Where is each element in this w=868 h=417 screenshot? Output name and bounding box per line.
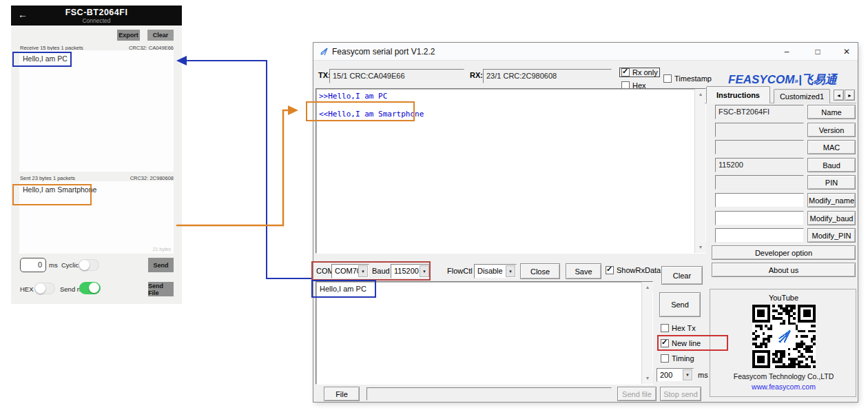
showrxdata-checkbox[interactable]: ShowRxData xyxy=(606,266,661,274)
hex-toggle[interactable] xyxy=(34,283,55,294)
window-title: Feasycom serial port V1.2.2 xyxy=(332,47,435,57)
mac-field[interactable] xyxy=(715,140,804,154)
app-icon xyxy=(319,47,329,57)
phone-header: ← FSC-BT2064FI Connected xyxy=(11,6,182,26)
scroll-up-icon[interactable]: ▲ xyxy=(642,282,653,293)
baud-query-button[interactable]: Baud xyxy=(807,158,856,172)
modify-baud-button[interactable]: Modify_baud xyxy=(807,211,856,225)
phone-app: ← FSC-BT2064FI Connected Export Clear Re… xyxy=(11,6,182,304)
receive-message: Hello,I am PC xyxy=(23,54,68,63)
receive-log[interactable]: Hello,I am PC xyxy=(19,50,174,172)
rx-only-checkbox-label: Rx only xyxy=(632,68,658,77)
window-titlebar[interactable]: Feasycom serial port V1.2.2 – □ ✕ xyxy=(313,43,858,61)
timing-checkbox-label: Timing xyxy=(672,354,694,363)
new-line-checkbox-box xyxy=(661,339,669,347)
rx-field[interactable]: 23/1 CRC:2C980608 xyxy=(483,69,612,83)
scroll-down-icon[interactable]: ▼ xyxy=(642,373,653,384)
export-button[interactable]: Export xyxy=(117,30,140,41)
baud-field[interactable]: 115200 xyxy=(715,158,804,172)
terminal-line: <<Hello,I am Smartphone xyxy=(319,110,424,119)
modify-pin-field[interactable] xyxy=(715,228,804,243)
send-file-button[interactable]: Send file xyxy=(617,387,657,401)
cyclic-toggle[interactable] xyxy=(79,259,99,271)
screenshot-stage: ← FSC-BT2064FI Connected Export Clear Re… xyxy=(0,0,868,417)
timing-checkbox-box xyxy=(661,354,669,363)
send-message: Hello,I am PC xyxy=(320,285,366,293)
hex-tx-checkbox-label: Hex Tx xyxy=(672,324,696,332)
modify-pin-button[interactable]: Modify_PIN xyxy=(807,228,856,243)
hex-tx-checkbox[interactable]: Hex Tx xyxy=(661,324,696,332)
phone-send-file-button[interactable]: Send File xyxy=(148,282,174,296)
file-button[interactable]: File xyxy=(324,387,360,401)
phone-connection-status: Connected xyxy=(11,17,182,24)
youtube-title: YouTube xyxy=(710,294,857,302)
scroll-down-icon[interactable]: ▼ xyxy=(695,242,706,253)
terminal-output[interactable]: >>Hello,I am PC <<Hello,I am Smartphone … xyxy=(316,88,706,254)
chevron-down-icon[interactable]: ▼ xyxy=(420,265,429,277)
timing-checkbox[interactable]: Timing xyxy=(661,354,694,363)
showrxdata-checkbox-label: ShowRxData xyxy=(617,266,661,274)
stop-send-button[interactable]: Stop send xyxy=(660,387,701,401)
send-scrollbar[interactable]: ▲ ▼ xyxy=(641,282,652,384)
phone-send-button[interactable]: Send xyxy=(148,258,174,272)
scroll-up-icon[interactable]: ▲ xyxy=(695,89,706,100)
orange-arrow-line xyxy=(176,110,289,225)
flowctl-select[interactable]: Disable▼ xyxy=(474,264,517,278)
tab-scroll-right-icon[interactable]: ► xyxy=(845,90,855,101)
tab-customized1[interactable]: Customized1 xyxy=(774,89,830,103)
pc-send-button[interactable]: Send xyxy=(659,292,701,317)
ms-label: ms xyxy=(49,261,58,269)
terminal-scrollbar[interactable]: ▲ ▼ xyxy=(694,89,705,253)
close-port-button[interactable]: Close xyxy=(520,263,560,279)
youtube-link[interactable]: www.feasycom.com xyxy=(710,383,857,391)
timestamp-checkbox[interactable]: Timestamp xyxy=(663,74,712,83)
youtube-groupbox: YouTube Feasycom Technology Co.,LTD www.… xyxy=(710,289,856,397)
clear-terminal-button[interactable]: Clear xyxy=(661,266,703,285)
pin-button[interactable]: PIN xyxy=(807,175,856,190)
developer-option-button[interactable]: Developer option xyxy=(712,245,856,260)
send-nl-toggle[interactable] xyxy=(79,282,101,294)
baud-label: Baud xyxy=(372,267,390,275)
tab-scroll-left-icon[interactable]: ◄ xyxy=(834,90,844,101)
blue-arrow-line xyxy=(185,61,311,278)
rx-only-checkbox[interactable]: Rx only xyxy=(620,68,659,77)
clear-button[interactable]: Clear xyxy=(147,30,174,41)
name-button[interactable]: Name xyxy=(807,105,856,119)
cyclic-label: Cyclic xyxy=(61,261,79,269)
version-field[interactable] xyxy=(715,123,804,137)
pin-field[interactable] xyxy=(715,175,804,190)
chevron-down-icon[interactable]: ▼ xyxy=(358,265,368,277)
send-input[interactable]: Hello,I am PC ▲ ▼ xyxy=(316,281,653,385)
mac-button[interactable]: MAC xyxy=(807,140,856,154)
file-path-input[interactable] xyxy=(366,387,612,400)
modify-baud-field[interactable] xyxy=(715,211,804,225)
save-button[interactable]: Save xyxy=(566,263,601,279)
close-window-button[interactable]: ✕ xyxy=(836,43,858,61)
modify-name-button[interactable]: Modify_name xyxy=(807,193,856,207)
sent-meta: Sent 23 bytes 1 packets xyxy=(20,175,75,181)
sent-byte-count: 21 bytes xyxy=(153,247,171,252)
version-button[interactable]: Version xyxy=(807,123,856,137)
new-line-checkbox[interactable]: New line xyxy=(661,339,701,347)
flowctl-label: FlowCtl xyxy=(447,267,473,275)
sent-crc: CRC32: 2C980608 xyxy=(130,175,174,181)
timing-interval-select[interactable]: 200▼ xyxy=(657,368,694,382)
about-us-button[interactable]: About us xyxy=(712,263,856,277)
sent-log[interactable]: Hello,I am Smartphone 21 bytes xyxy=(19,181,174,254)
minimize-button[interactable]: – xyxy=(776,43,798,61)
modify-name-field[interactable] xyxy=(715,193,804,207)
orange-arrowhead-icon xyxy=(288,105,298,115)
timestamp-checkbox-box xyxy=(663,74,672,83)
baud-select[interactable]: 115200▼ xyxy=(391,264,431,278)
tx-field[interactable]: 15/1 CRC:CA049E66 xyxy=(329,69,464,83)
hex-tx-checkbox-box xyxy=(661,324,669,332)
name-field[interactable]: FSC-BT2064FI xyxy=(715,105,804,119)
chevron-down-icon[interactable]: ▼ xyxy=(506,265,515,277)
pc-window: Feasycom serial port V1.2.2 – □ ✕ TX: 15… xyxy=(313,43,858,402)
com-select[interactable]: COM70▼ xyxy=(331,264,369,278)
maximize-button[interactable]: □ xyxy=(807,43,829,61)
tab-instructions[interactable]: Instructions xyxy=(706,86,770,103)
chevron-down-icon[interactable]: ▼ xyxy=(683,369,692,380)
interval-input[interactable]: 0 xyxy=(20,258,46,272)
sent-message: Hello,I am Smartphone xyxy=(23,185,96,194)
